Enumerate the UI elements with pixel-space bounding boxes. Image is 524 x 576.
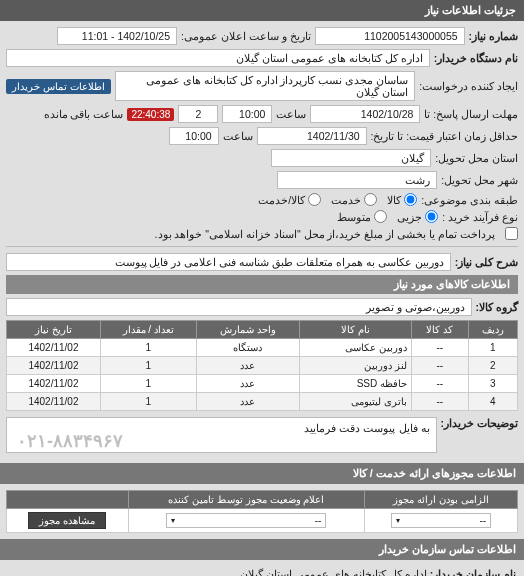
goods-col-5: تاریخ نیاز bbox=[7, 321, 101, 339]
announce-dt-label: تاریخ و ساعت اعلان عمومی: bbox=[181, 30, 311, 42]
goods-cell: دوربین عکاسی bbox=[299, 339, 411, 357]
goods-info-header: اطلاعات کالاهای مورد نیاز bbox=[6, 275, 518, 294]
classification-label: طبقه بندی موضوعی: bbox=[421, 194, 518, 206]
goods-cell: -- bbox=[411, 339, 468, 357]
province-label: استان محل تحویل: bbox=[435, 152, 518, 164]
permit-col-2 bbox=[7, 491, 129, 509]
table-row: 2--لنز دوربینعدد11402/11/02 bbox=[7, 357, 518, 375]
org-name-label: نام سازمان خریدار: bbox=[430, 568, 516, 576]
days-left-value: 2 bbox=[178, 105, 218, 123]
goods-col-1: کد کالا bbox=[411, 321, 468, 339]
classification-radio-group: کالا خدمت کالا/خدمت bbox=[258, 193, 417, 206]
reply-time-value: 10:00 bbox=[222, 105, 272, 123]
goods-cell: -- bbox=[411, 357, 468, 375]
proc-opt-1[interactable]: متوسط bbox=[337, 210, 387, 223]
requester-value: ساسان مجدی نسب کارپرداز اداره کل کتابخان… bbox=[115, 71, 416, 101]
goods-cell: 1 bbox=[100, 357, 196, 375]
proc-type-label: نوع فرآیند خرید : bbox=[442, 211, 518, 223]
requester-label: ایجاد کننده درخواست: bbox=[419, 80, 518, 92]
ref-no-label: شماره نیاز: bbox=[469, 30, 518, 42]
buyer-notes-value: به فایل پیوست دقت فرمایید bbox=[304, 422, 429, 434]
goods-cell: دستگاه bbox=[196, 339, 299, 357]
permits-table: الزامی بودن ارائه مجوز اعلام وضعیت مجوز … bbox=[6, 490, 518, 533]
proc-radio-group: جزیی متوسط bbox=[337, 210, 438, 223]
goods-col-0: ردیف bbox=[468, 321, 517, 339]
announce-dt-value: 1402/10/25 - 11:01 bbox=[57, 27, 177, 45]
goods-col-4: تعداد / مقدار bbox=[100, 321, 196, 339]
countdown-suffix: ساعت باقی مانده bbox=[44, 108, 124, 120]
reply-date-value: 1402/10/28 bbox=[310, 105, 420, 123]
class-radio-1[interactable] bbox=[364, 193, 377, 206]
proc-radio-0[interactable] bbox=[425, 210, 438, 223]
proc-note-text: پرداخت تمام یا بخشی از مبلغ خرید،از محل … bbox=[155, 228, 495, 240]
proc-note-group: پرداخت تمام یا بخشی از مبلغ خرید،از محل … bbox=[155, 227, 518, 240]
price-time-label: ساعت bbox=[223, 130, 253, 142]
need-desc-value: دوربین عکاسی به همراه متعلقات طبق شناسه … bbox=[6, 253, 451, 271]
city-label: شهر محل تحویل: bbox=[441, 174, 518, 186]
class-radio-0[interactable] bbox=[404, 193, 417, 206]
goods-group-label: گروه کالا: bbox=[476, 301, 518, 313]
goods-cell: 1 bbox=[100, 375, 196, 393]
price-date-value: 1402/11/30 bbox=[257, 127, 367, 145]
permit-mandatory-select[interactable]: -- bbox=[391, 513, 491, 528]
buyer-contact-block: نام سازمان خریدار: اداره کل کتابخانه های… bbox=[0, 560, 524, 576]
goods-col-3: واحد شمارش bbox=[196, 321, 299, 339]
permits-panel: الزامی بودن ارائه مجوز اعلام وضعیت مجوز … bbox=[0, 484, 524, 539]
goods-col-2: نام کالا bbox=[299, 321, 411, 339]
goods-cell: 1402/11/02 bbox=[7, 393, 101, 411]
reply-deadline-label: مهلت ارسال پاسخ: تا bbox=[424, 108, 518, 120]
goods-cell: حافظه SSD bbox=[299, 375, 411, 393]
goods-cell: 1 bbox=[100, 339, 196, 357]
city-value: رشت bbox=[277, 171, 437, 189]
price-time-value: 10:00 bbox=[169, 127, 219, 145]
class-opt-1[interactable]: خدمت bbox=[331, 193, 377, 206]
table-row: 1--دوربین عکاسیدستگاه11402/11/02 bbox=[7, 339, 518, 357]
goods-cell: عدد bbox=[196, 357, 299, 375]
class-opt-0[interactable]: کالا bbox=[387, 193, 417, 206]
goods-cell: 1402/11/02 bbox=[7, 375, 101, 393]
goods-cell: 3 bbox=[468, 375, 517, 393]
permit-col-0: الزامی بودن ارائه مجوز bbox=[365, 491, 518, 509]
buyer-contact-header: اطلاعات تماس سازمان خریدار bbox=[0, 539, 524, 560]
class-opt-2[interactable]: کالا/خدمت bbox=[258, 193, 321, 206]
reply-time-label: ساعت bbox=[276, 108, 306, 120]
buyer-org-label: نام دستگاه خریدار: bbox=[434, 52, 518, 64]
permit-row: -- -- مشاهده مجوز bbox=[7, 509, 518, 533]
main-header: جزئیات اطلاعات نیاز bbox=[0, 0, 524, 21]
buyer-notes-box: به فایل پیوست دقت فرمایید ۰۲۱-۸۸۳۴۹۶۷ bbox=[6, 417, 437, 453]
goods-group-value: دوربین،صوتی و تصویر bbox=[6, 298, 472, 316]
goods-cell: 1402/11/02 bbox=[7, 339, 101, 357]
class-radio-2[interactable] bbox=[308, 193, 321, 206]
goods-cell: -- bbox=[411, 393, 468, 411]
service-permits-header: اطلاعات مجوزهای ارائه خدمت / کالا bbox=[0, 463, 524, 484]
province-value: گیلان bbox=[271, 149, 431, 167]
goods-cell: 1402/11/02 bbox=[7, 357, 101, 375]
goods-cell: 1 bbox=[468, 339, 517, 357]
org-name-value: اداره کل کتابخانه های عمومی استان گیلان bbox=[240, 568, 427, 576]
permit-col-1: اعلام وضعیت مجوز توسط تامین کننده bbox=[128, 491, 365, 509]
watermark-phone: ۰۲۱-۸۸۳۴۹۶۷ bbox=[17, 430, 123, 452]
goods-cell: 4 bbox=[468, 393, 517, 411]
proc-opt-0[interactable]: جزیی bbox=[397, 210, 438, 223]
ref-no-value: 1102005143000055 bbox=[315, 27, 465, 45]
goods-cell: -- bbox=[411, 375, 468, 393]
price-validity-label: حداقل زمان اعتبار قیمت: تا تاریخ: bbox=[371, 130, 518, 142]
goods-cell: لنز دوربین bbox=[299, 357, 411, 375]
need-desc-label: شرح کلی نیاز: bbox=[455, 256, 518, 268]
goods-cell: عدد bbox=[196, 393, 299, 411]
goods-cell: 2 bbox=[468, 357, 517, 375]
permit-status-select[interactable]: -- bbox=[166, 513, 326, 528]
goods-cell: باتری لیتیومی bbox=[299, 393, 411, 411]
buyer-notes-label: توضیحات خریدار: bbox=[441, 417, 518, 429]
view-permit-button[interactable]: مشاهده مجوز bbox=[28, 512, 106, 529]
proc-note-checkbox[interactable] bbox=[505, 227, 518, 240]
proc-radio-1[interactable] bbox=[374, 210, 387, 223]
goods-cell: 1 bbox=[100, 393, 196, 411]
goods-cell: عدد bbox=[196, 375, 299, 393]
table-row: 4--باتری لیتیومیعدد11402/11/02 bbox=[7, 393, 518, 411]
table-row: 3--حافظه SSDعدد11402/11/02 bbox=[7, 375, 518, 393]
details-panel: شماره نیاز: 1102005143000055 تاریخ و ساع… bbox=[0, 21, 524, 463]
countdown-timer: 22:40:38 bbox=[127, 108, 174, 121]
buyer-contact-link[interactable]: اطلاعات تماس خریدار bbox=[6, 79, 111, 94]
buyer-org-value: اداره کل کتابخانه های عمومی استان گیلان bbox=[6, 49, 430, 67]
